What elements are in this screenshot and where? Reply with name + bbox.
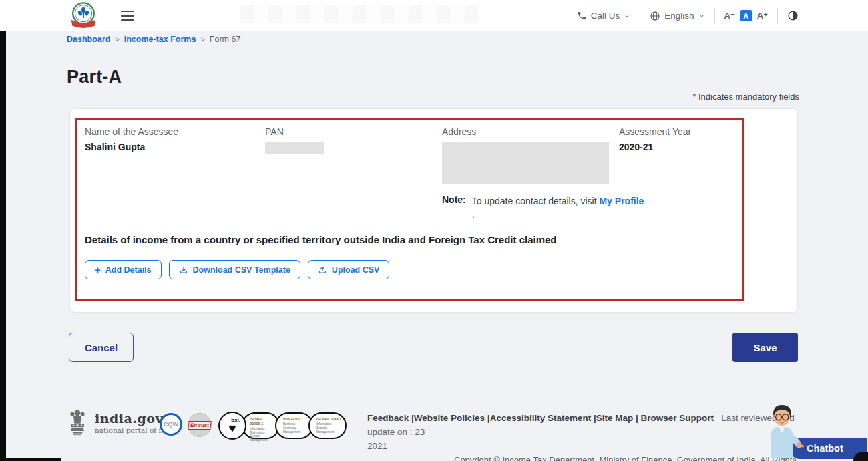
entrust-label: Entrust (188, 421, 211, 430)
field-pan: PAN (265, 126, 324, 154)
footer-links-line: Feedback |Website Policies |Accessibilit… (367, 411, 800, 439)
font-decrease-button[interactable]: A⁻ (724, 11, 735, 21)
note-text: To update contact details, visit My Prof… (472, 194, 644, 221)
menu-hamburger-icon[interactable] (121, 11, 134, 21)
language-label: English (664, 11, 694, 21)
bsi-iso-certification-badges: bsi. ♥ ISO/IEC 20000-1 Information Techn… (218, 412, 347, 440)
top-header: Call Us English A⁻ A (0, 0, 868, 31)
last-reviewed-wrap: 2021 (367, 439, 800, 453)
iso-sub: Information Technology Service Managemen… (250, 427, 274, 442)
field-label: PAN (265, 126, 324, 137)
font-default-button[interactable]: A (740, 10, 752, 21)
mandatory-fields-note: * Indicates mandatory fields (692, 92, 799, 102)
obscured-menu-area (240, 5, 479, 23)
contrast-icon (787, 10, 799, 21)
breadcrumb-form-67: Form 67 (210, 35, 241, 44)
cancel-button[interactable]: Cancel (69, 333, 134, 362)
income-tax-dept-logo[interactable] (67, 1, 100, 33)
call-us-label: Call Us (591, 11, 620, 21)
field-label: Assessment Year (619, 126, 691, 137)
breadcrumb-separator: > (115, 35, 119, 43)
entrust-certification-badge: Entrust (188, 413, 212, 437)
page-title: Part-A (67, 67, 122, 88)
contrast-toggle[interactable] (787, 10, 799, 21)
field-label: Address (442, 126, 609, 137)
globe-icon (650, 11, 660, 21)
assessment-year-value: 2020-21 (619, 142, 691, 152)
divider (714, 8, 715, 24)
iso-title: ISO 22301 (283, 417, 308, 422)
iso-badge-20000: ISO/IEC 20000-1 Information Technology S… (242, 412, 280, 439)
bsi-heart-icon: ♥ (228, 422, 236, 434)
upload-csv-button[interactable]: Upload CSV (308, 260, 390, 279)
add-details-button[interactable]: + Add Details (85, 260, 162, 279)
divider (777, 8, 778, 24)
pan-redacted-value (265, 142, 324, 154)
font-size-controls: A⁻ A A⁺ (724, 10, 769, 21)
footer: india.gov.in national portal of india CQ… (0, 398, 868, 461)
breadcrumb: Dashboard > Income-tax Forms > Form 67 (67, 35, 240, 44)
footer-links[interactable]: Feedback |Website Policies |Accessibilit… (367, 413, 714, 423)
note-text-main: To update contact details, visit (472, 196, 600, 206)
call-us-menu[interactable]: Call Us (577, 11, 631, 21)
upload-icon (318, 265, 327, 275)
app-window: Call Us English A⁻ A (0, 0, 868, 461)
language-menu[interactable]: English (650, 11, 704, 21)
chatbot-avatar[interactable] (760, 402, 804, 461)
income-tax-logo-icon (67, 1, 100, 31)
field-address: Address (442, 126, 609, 184)
download-csv-template-button[interactable]: Download CSV Template (169, 260, 300, 279)
divider (640, 8, 640, 24)
save-button[interactable]: Save (732, 333, 798, 362)
breadcrumb-dashboard[interactable]: Dashboard (67, 35, 110, 44)
csv-actions: + Add Details Download CSV Template Uplo… (85, 260, 389, 279)
iso-badge-27001: ISO/IEC 27001 Information Security Manag… (308, 412, 347, 439)
header-utilities: Call Us English A⁻ A (577, 0, 799, 31)
highlight-rectangle: Name of the Assessee Shalini Gupta PAN A… (75, 118, 744, 301)
upload-csv-label: Upload CSV (332, 265, 380, 275)
iso-badge-22301: ISO 22301 Business Continuity Management (275, 412, 313, 439)
screen-edge-bottom (0, 458, 61, 461)
footer-text-block: Feedback |Website Policies |Accessibilit… (367, 411, 800, 461)
field-assessment-year: Assessment Year 2020-21 (619, 126, 691, 152)
chevron-down-icon (624, 13, 630, 19)
ftc-section-heading: Details of income from a country or spec… (85, 234, 557, 245)
cqw-certification-badge: CQW (160, 413, 182, 436)
iso-title: ISO/IEC 27001 (316, 417, 341, 422)
font-increase-button[interactable]: A⁺ (757, 11, 768, 21)
bsi-badge: bsi. ♥ (218, 412, 246, 440)
field-name-of-assessee: Name of the Assessee Shalini Gupta (85, 126, 178, 152)
add-details-label: Add Details (105, 265, 152, 275)
screen-edge-left (0, 31, 6, 461)
iso-title: ISO/IEC 20000-1 (250, 417, 274, 426)
my-profile-link[interactable]: My Profile (599, 196, 644, 206)
plus-icon: + (95, 265, 101, 275)
copyright-line: Copyright © Income Tax Department, Minis… (367, 453, 800, 461)
download-icon (179, 265, 188, 275)
breadcrumb-income-tax-forms[interactable]: Income-tax Forms (124, 35, 196, 44)
download-csv-label: Download CSV Template (193, 265, 290, 275)
phone-icon (577, 11, 587, 21)
contact-note: Note: To update contact details, visit M… (442, 194, 644, 221)
chevron-down-icon (698, 13, 705, 19)
iso-sub: Business Continuity Management (283, 422, 308, 434)
field-label: Name of the Assessee (85, 126, 178, 137)
part-a-card: Name of the Assessee Shalini Gupta PAN A… (69, 108, 798, 313)
iso-sub: Information Security Management (316, 422, 341, 434)
cqw-label: CQW (164, 421, 178, 428)
address-redacted-value (442, 142, 609, 184)
note-label: Note: (442, 194, 466, 221)
india-national-emblem-icon (67, 407, 88, 442)
breadcrumb-separator: > (200, 35, 204, 43)
assessee-name-value: Shalini Gupta (85, 142, 178, 152)
note-text-suffix: . (472, 209, 475, 220)
